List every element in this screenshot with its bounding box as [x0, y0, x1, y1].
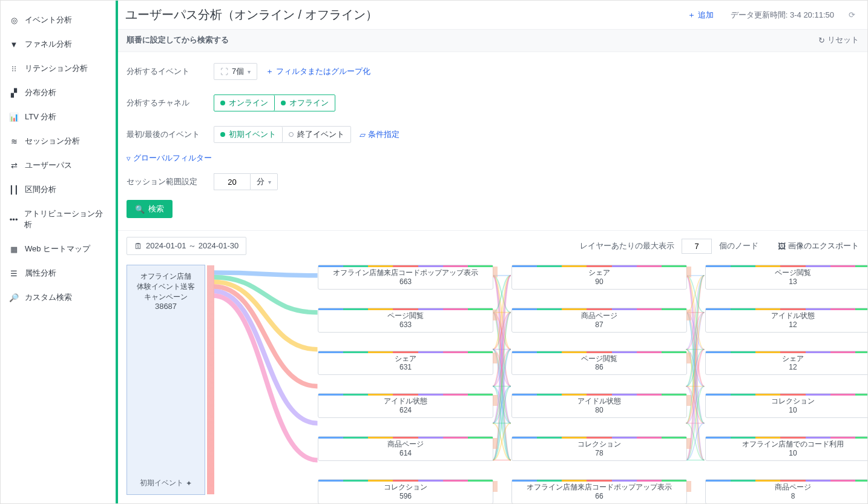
sidebar-item-label: イベント分析	[25, 15, 72, 25]
image-icon: 🖼	[778, 242, 786, 251]
sankey-node[interactable]: アイドル状態12	[705, 308, 867, 333]
attr-icon: •••	[9, 214, 18, 224]
controls-panel: 分析するイベント ⛶ 7個 ▾ ＋ フィルタまたはグループ化 分析するチャネル …	[118, 52, 867, 230]
sidebar-item-label: アトリビューション分析	[24, 208, 107, 230]
sidebar-item-0[interactable]: ◎イベント分析	[1, 8, 116, 32]
sidebar-item-11[interactable]: 🔎カスタム検索	[1, 285, 116, 310]
session-label: セッション範囲設定	[127, 176, 205, 187]
event-count-value: 7個	[232, 66, 244, 77]
sidebar: ◎イベント分析▼ファネル分析⁝⁝リテンション分析▞分布分析📊LTV 分析≋セッシ…	[1, 1, 116, 503]
sidebar-item-label: LTV 分析	[25, 111, 57, 122]
reset-label: リセット	[827, 35, 859, 45]
event-count-select[interactable]: ⛶ 7個 ▾	[214, 63, 257, 80]
sankey-node[interactable]: アイドル状態624	[318, 393, 493, 418]
end-event-label: 終了イベント	[297, 129, 344, 140]
session-unit-select[interactable]: 分 ▾	[250, 173, 278, 190]
filter-icon: ▱	[360, 130, 366, 139]
global-filter-link[interactable]: ▿ グローバルフィルター	[127, 153, 212, 164]
sankey-node[interactable]: コレクション10	[705, 393, 867, 418]
max-display-input[interactable]	[682, 239, 712, 254]
sidebar-item-7[interactable]: ┃┃区間分析	[1, 177, 116, 202]
sidebar-item-10[interactable]: ☰属性分析	[1, 261, 116, 285]
sidebar-item-label: 分布分析	[25, 87, 56, 98]
chevron-down-icon: ▾	[248, 68, 251, 75]
helper-text: 順番に設定してから検索する	[127, 35, 229, 45]
global-filter-label: グローバルフィルター	[133, 153, 212, 164]
grid-icon: ⁝⁝	[9, 64, 19, 73]
add-label: 追加	[698, 10, 714, 21]
page-title: ユーザーパス分析（オンライン / オフライン）	[125, 7, 378, 23]
plus-icon: ＋	[266, 66, 274, 77]
channel-offline-toggle[interactable]: オフライン	[275, 95, 335, 111]
sidebar-item-3[interactable]: ▞分布分析	[1, 81, 116, 105]
target-icon: ◎	[9, 15, 19, 25]
condition-link[interactable]: ▱ 条件指定	[360, 129, 399, 140]
channel-label: 分析するチャネル	[127, 98, 205, 108]
radio-on-icon	[220, 132, 225, 137]
channel-online-toggle[interactable]: オンライン	[214, 95, 275, 111]
sankey-node[interactable]: シェア90	[511, 265, 687, 290]
session-unit-label: 分	[257, 176, 265, 187]
range-icon: ┃┃	[9, 185, 19, 194]
sankey-node[interactable]: ページ閲覧13	[705, 265, 867, 290]
reset-icon: ↻	[818, 36, 825, 45]
initial-event-toggle[interactable]: 初期イベント	[214, 127, 283, 142]
sidebar-item-label: カスタム検索	[25, 292, 72, 303]
sankey-node[interactable]: ページ閲覧86	[511, 351, 687, 376]
path-icon: ⇄	[9, 161, 19, 170]
sankey-node[interactable]: ページ閲覧633	[318, 308, 493, 333]
sidebar-item-label: セッション分析	[25, 136, 80, 147]
sankey-node[interactable]: オフライン店舗来店コードポップアップ表示663	[318, 265, 493, 290]
sidebar-item-2[interactable]: ⁝⁝リテンション分析	[1, 56, 116, 81]
event-label: 分析するイベント	[127, 66, 205, 77]
layers-icon: ≋	[9, 136, 19, 146]
calendar-icon: 🗓	[134, 242, 142, 251]
sankey-node[interactable]: 商品ページ8	[705, 479, 867, 503]
export-image-button[interactable]: 🖼 画像のエクスポート	[778, 240, 859, 251]
add-filter-link[interactable]: ＋ フィルタまたはグループ化	[266, 66, 370, 77]
date-range-picker[interactable]: 🗓 2024-01-01 ～ 2024-01-30	[127, 237, 246, 255]
expand-icon: ⛶	[220, 67, 228, 76]
radio-off-icon	[289, 132, 294, 137]
end-event-toggle[interactable]: 終了イベント	[283, 127, 350, 142]
sankey-node[interactable]: シェア631	[318, 351, 493, 376]
funnel-icon: ▼	[9, 39, 19, 49]
sidebar-item-5[interactable]: ≋セッション分析	[1, 129, 116, 153]
sidebar-item-9[interactable]: ▦Web ヒートマップ	[1, 237, 116, 261]
max-display-suffix: 個のノード	[719, 240, 758, 251]
sankey-node[interactable]: コレクション596	[318, 479, 493, 503]
dist-icon: ▞	[9, 88, 19, 98]
sankey-node[interactable]: シェア12	[705, 351, 867, 376]
main-panel: ユーザーパス分析（オンライン / オフライン） ＋ 追加 データ更新時間: 3-…	[116, 1, 867, 503]
sidebar-item-1[interactable]: ▼ファネル分析	[1, 32, 116, 56]
sidebar-item-4[interactable]: 📊LTV 分析	[1, 105, 116, 129]
condition-label: 条件指定	[368, 129, 399, 140]
search-button-label: 検索	[148, 204, 164, 214]
session-value-input[interactable]	[214, 173, 250, 190]
sankey-node[interactable]: アイドル状態80	[511, 393, 687, 418]
ltv-icon: 📊	[9, 112, 19, 122]
add-button[interactable]: ＋ 追加	[688, 10, 714, 21]
chart-toolbar: 🗓 2024-01-01 ～ 2024-01-30 レイヤーあたりの最大表示 個…	[118, 230, 867, 261]
sankey-node[interactable]: コレクション78	[511, 436, 687, 461]
sidebar-item-8[interactable]: •••アトリビューション分析	[1, 202, 116, 237]
sidebar-item-6[interactable]: ⇄ユーザーパス	[1, 153, 116, 177]
export-label: 画像のエクスポート	[788, 240, 859, 251]
sidebar-item-label: リテンション分析	[25, 63, 88, 74]
refresh-icon[interactable]: ⟳	[849, 10, 855, 19]
plus-icon: ＋	[688, 10, 695, 21]
sankey-node[interactable]: オフライン店舗来店コードポップアップ表示66	[511, 479, 687, 503]
prop-icon: ☰	[9, 268, 19, 278]
sankey-node[interactable]: 商品ページ87	[511, 308, 687, 333]
chevron-down-icon: ▾	[268, 179, 271, 185]
search-button[interactable]: 🔍 検索	[127, 200, 173, 218]
sankey-node[interactable]: 商品ページ614	[318, 436, 493, 461]
update-time: データ更新時間: 3-4 20:11:50	[731, 10, 834, 21]
reset-button[interactable]: ↻ リセット	[818, 35, 859, 45]
settings-icon[interactable]: ✦	[186, 479, 192, 488]
firstlast-label: 最初/最後のイベント	[127, 129, 205, 140]
sidebar-item-label: ユーザーパス	[25, 160, 72, 171]
add-filter-label: フィルタまたはグループ化	[276, 66, 370, 77]
sankey-node[interactable]: オフライン店舗でのコード利用10	[705, 436, 867, 461]
sankey-start-node[interactable]: オフライン店舗体験イベント送客キャンペーン38687初期イベント ✦	[127, 265, 205, 495]
